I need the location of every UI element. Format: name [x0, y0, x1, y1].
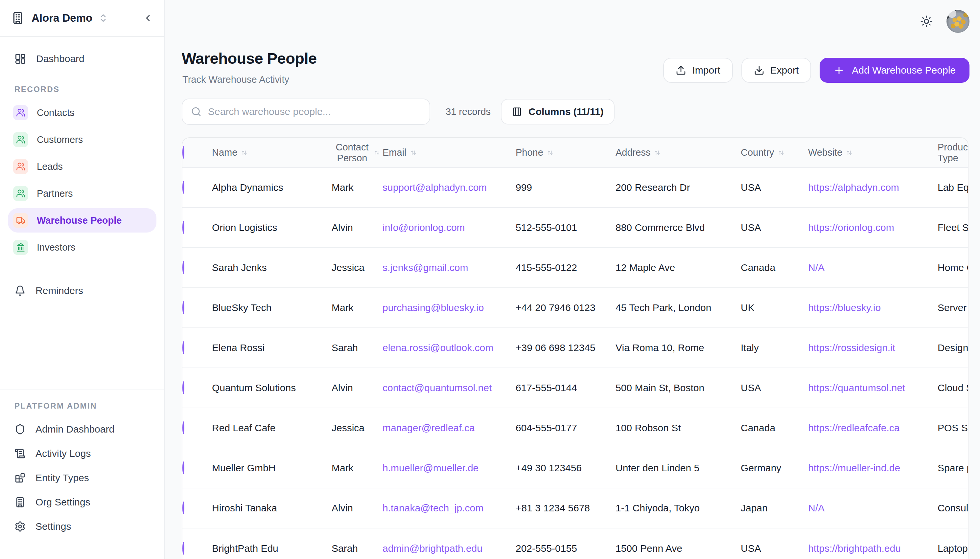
cell-website[interactable]: https://quantumsol.net	[808, 368, 938, 408]
sidebar-item-dashboard[interactable]: Dashboard	[8, 46, 156, 71]
workspace-switcher-chevrons-icon[interactable]	[98, 13, 108, 23]
search-input[interactable]	[208, 106, 421, 117]
cell-country: USA	[741, 368, 808, 408]
cell-phone: +81 3 1234 5678	[516, 488, 615, 528]
row-checkbox[interactable]	[182, 261, 184, 274]
sidebar-item-label: Warehouse People	[37, 215, 122, 226]
row-checkbox[interactable]	[182, 461, 184, 474]
columns-button-label: Columns (11/11)	[529, 106, 604, 117]
leads-users-icon	[13, 159, 28, 174]
export-button[interactable]: Export	[741, 58, 811, 83]
column-header-contact-person[interactable]: Contact Person	[332, 138, 383, 167]
row-checkbox[interactable]	[182, 422, 184, 434]
sidebar-item-partners[interactable]: Partners	[8, 181, 156, 206]
cell-product-type: Laptops	[938, 528, 968, 559]
row-checkbox[interactable]	[182, 341, 184, 354]
cell-website[interactable]: https://alphadyn.com	[808, 167, 938, 208]
table-row[interactable]: Elena Rossi Sarah elena.rossi@outlook.co…	[182, 328, 968, 368]
column-header-name[interactable]: Name	[212, 138, 332, 167]
sort-icon	[778, 149, 785, 156]
cell-name: Mueller GmbH	[212, 448, 332, 488]
cell-website[interactable]: https://redleafcafe.ca	[808, 408, 938, 448]
workspace-name[interactable]: Alora Demo	[32, 12, 92, 24]
cell-contact-person: Sarah	[332, 328, 383, 368]
select-all-checkbox[interactable]	[182, 146, 184, 159]
cell-email[interactable]: h.tanaka@tech_jp.com	[383, 488, 516, 528]
row-checkbox[interactable]	[182, 381, 184, 394]
column-header-email[interactable]: Email	[383, 138, 516, 167]
column-header-address[interactable]: Address	[615, 138, 741, 167]
sidebar-item-reminders[interactable]: Reminders	[8, 278, 156, 303]
table-row[interactable]: Hiroshi Tanaka Alvin h.tanaka@tech_jp.co…	[182, 488, 968, 528]
row-checkbox[interactable]	[182, 181, 184, 194]
cell-phone: 617-555-0144	[516, 368, 615, 408]
cell-website[interactable]: https://brightpath.edu	[808, 528, 938, 559]
cell-website[interactable]: N/A	[808, 488, 938, 528]
sidebar-item-warehouse-people[interactable]: Warehouse People	[8, 208, 156, 233]
sidebar-item-contacts[interactable]: Contacts	[8, 101, 156, 125]
cell-email[interactable]: admin@brightpath.edu	[383, 528, 516, 559]
column-header-product-type[interactable]: Product Type	[938, 138, 968, 167]
table-row[interactable]: Sarah Jenks Jessica s.jenks@gmail.com 41…	[182, 248, 968, 288]
sidebar-item-activity-logs[interactable]: Activity Logs	[8, 442, 156, 466]
cell-email[interactable]: elena.rossi@outlook.com	[383, 328, 516, 368]
column-header-website[interactable]: Website	[808, 138, 938, 167]
cell-email[interactable]: contact@quantumsol.net	[383, 368, 516, 408]
table-row[interactable]: Alpha Dynamics Mark support@alphadyn.com…	[182, 167, 968, 208]
cell-name: Sarah Jenks	[212, 248, 332, 288]
sidebar-item-label: Reminders	[35, 285, 83, 296]
cell-address: 45 Tech Park, London	[615, 288, 741, 328]
cell-website[interactable]: https://bluesky.io	[808, 288, 938, 328]
cell-country: Japan	[741, 488, 808, 528]
columns-button[interactable]: Columns (11/11)	[501, 99, 615, 124]
table-body: Alpha Dynamics Mark support@alphadyn.com…	[182, 167, 968, 559]
cell-email[interactable]: manager@redleaf.ca	[383, 408, 516, 448]
cell-phone: 415-555-0122	[516, 248, 615, 288]
row-checkbox[interactable]	[182, 501, 184, 514]
sidebar-collapse-button[interactable]	[143, 13, 153, 23]
table-row[interactable]: Quantum Solutions Alvin contact@quantums…	[182, 368, 968, 408]
cell-name: Alpha Dynamics	[212, 167, 332, 208]
sidebar-item-customers[interactable]: Customers	[8, 127, 156, 152]
user-avatar[interactable]	[947, 10, 970, 33]
cell-country: USA	[741, 167, 808, 208]
cell-website[interactable]: https://rossidesign.it	[808, 328, 938, 368]
theme-toggle-sun-icon[interactable]	[920, 15, 933, 28]
cell-website[interactable]: https://mueller-ind.de	[808, 448, 938, 488]
cell-website[interactable]: https://orionlog.com	[808, 208, 938, 248]
cell-email[interactable]: h.mueller@mueller.de	[383, 448, 516, 488]
columns-icon	[512, 107, 522, 117]
platform-admin-section: PLATFORM ADMIN Admin Dashboard Activity …	[0, 390, 164, 539]
cell-email[interactable]: info@orionlog.com	[383, 208, 516, 248]
sort-icon	[654, 149, 661, 156]
sidebar-item-org-settings[interactable]: Org Settings	[8, 490, 156, 514]
cell-email[interactable]: support@alphadyn.com	[383, 167, 516, 208]
cell-country: USA	[741, 208, 808, 248]
cell-product-type: POS Sy	[938, 408, 968, 448]
table-row[interactable]: Orion Logistics Alvin info@orionlog.com …	[182, 208, 968, 248]
cell-name: Elena Rossi	[212, 328, 332, 368]
cell-email[interactable]: s.jenks@gmail.com	[383, 248, 516, 288]
add-warehouse-people-button[interactable]: Add Warehouse People	[820, 58, 970, 83]
row-checkbox[interactable]	[182, 542, 184, 555]
cell-email[interactable]: purchasing@bluesky.io	[383, 288, 516, 328]
sidebar-item-investors[interactable]: Investors	[8, 235, 156, 260]
sidebar-item-admin-dashboard[interactable]: Admin Dashboard	[8, 417, 156, 442]
column-header-country[interactable]: Country	[741, 138, 808, 167]
row-checkbox[interactable]	[182, 221, 184, 234]
sidebar-item-settings[interactable]: Settings	[8, 514, 156, 539]
header-buttons: Import Export Add Warehouse People	[663, 58, 970, 83]
cell-country: Italy	[741, 328, 808, 368]
cell-website[interactable]: N/A	[808, 248, 938, 288]
sidebar-item-entity-types[interactable]: Entity Types	[8, 466, 156, 490]
table-row[interactable]: Mueller GmbH Mark h.mueller@mueller.de +…	[182, 448, 968, 488]
records-section-label: RECORDS	[8, 85, 156, 94]
sidebar-item-leads[interactable]: Leads	[8, 154, 156, 179]
row-checkbox[interactable]	[182, 301, 184, 314]
import-button[interactable]: Import	[663, 58, 733, 83]
table-row[interactable]: Red Leaf Cafe Jessica manager@redleaf.ca…	[182, 408, 968, 448]
table-row[interactable]: BrightPath Edu Sarah admin@brightpath.ed…	[182, 528, 968, 559]
plus-icon	[833, 65, 845, 76]
column-header-phone[interactable]: Phone	[516, 138, 615, 167]
table-row[interactable]: BlueSky Tech Mark purchasing@bluesky.io …	[182, 288, 968, 328]
